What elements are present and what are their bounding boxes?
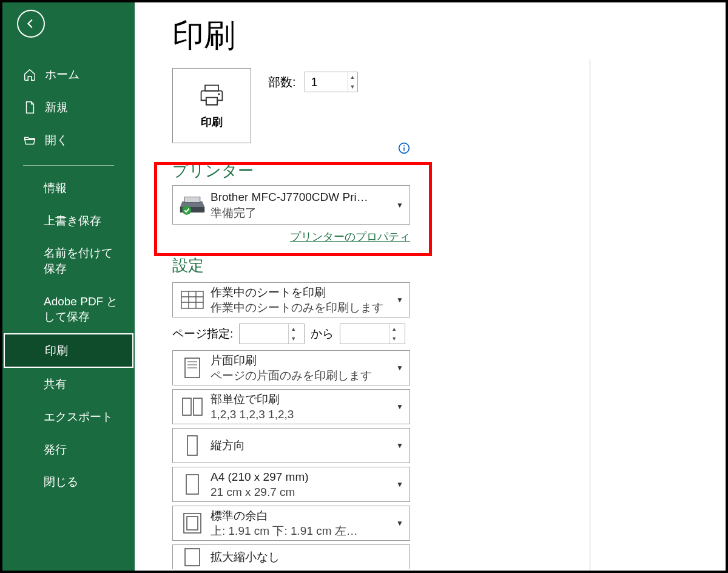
scaling-dropdown[interactable]: 拡大縮小なし: [172, 544, 410, 569]
home-icon: [23, 68, 36, 81]
page-from-input[interactable]: [240, 324, 288, 344]
folder-open-icon: [23, 134, 36, 147]
copies-up-icon[interactable]: ▲: [348, 72, 357, 82]
sidebar-item-open[interactable]: 開く: [2, 124, 135, 157]
chevron-down-icon: ▼: [396, 364, 403, 372]
svg-point-4: [403, 145, 405, 146]
copies-input[interactable]: [305, 72, 348, 92]
printer-name: Brother MFC-J7700CDW Pri…: [211, 189, 396, 205]
print-button-label: 印刷: [201, 115, 223, 129]
sidebar-label-new: 新規: [45, 100, 68, 115]
svg-point-2: [218, 93, 220, 95]
preview-divider: [590, 59, 590, 571]
up-icon[interactable]: ▲: [389, 324, 399, 334]
margins-title: 標準の余白: [211, 508, 396, 524]
page-to-label: から: [311, 326, 334, 342]
print-area-sub: 作業中のシートのみを印刷します: [211, 300, 396, 316]
orientation-title: 縦方向: [211, 438, 396, 453]
page-to-spinner[interactable]: ▲▼: [340, 324, 405, 344]
print-pane: 印刷 印刷 部数: ▲ ▼: [135, 2, 726, 571]
margins-sub: 上: 1.91 cm 下: 1.91 cm 左…: [211, 523, 396, 539]
sidebar-item-info[interactable]: 情報: [2, 172, 135, 205]
sidebar-separator: [23, 165, 114, 166]
up-icon[interactable]: ▲: [289, 324, 298, 334]
printer-icon: [198, 82, 225, 109]
backstage-sidebar: ホーム 新規 開く 情報 上書き保存 名前を付けて保存 Adobe PDF とし…: [2, 2, 135, 571]
settings-section-label: 設定: [172, 255, 704, 276]
chevron-down-icon: ▼: [396, 480, 403, 489]
sidebar-item-share[interactable]: 共有: [2, 368, 135, 401]
svg-rect-6: [184, 197, 200, 203]
svg-rect-24: [185, 549, 200, 566]
sidebar-item-adobepdf[interactable]: Adobe PDF として保存: [2, 285, 135, 333]
down-icon[interactable]: ▼: [289, 334, 298, 344]
page-title: 印刷: [172, 15, 704, 57]
collate-sub: 1,2,3 1,2,3 1,2,3: [211, 407, 396, 422]
duplex-sub: ページの片面のみを印刷します: [211, 368, 396, 384]
back-button[interactable]: [17, 10, 45, 38]
svg-rect-21: [186, 475, 198, 494]
paper-icon: [179, 472, 206, 497]
svg-rect-9: [181, 291, 203, 308]
print-button[interactable]: 印刷: [172, 68, 251, 143]
svg-rect-5: [403, 147, 405, 151]
print-area-dropdown[interactable]: 作業中のシートを印刷 作業中のシートのみを印刷します ▼: [172, 282, 410, 317]
paper-title: A4 (210 x 297 mm): [211, 469, 396, 485]
page-range-label: ページ指定:: [172, 326, 233, 342]
svg-rect-18: [183, 398, 191, 415]
sidebar-item-print[interactable]: 印刷: [4, 333, 133, 368]
duplex-dropdown[interactable]: 片面印刷 ページの片面のみを印刷します ▼: [172, 350, 410, 385]
single-page-icon: [179, 356, 206, 380]
paper-sub: 21 cm x 29.7 cm: [211, 484, 396, 500]
svg-rect-1: [206, 98, 217, 105]
page-from-spinner[interactable]: ▲▼: [239, 324, 305, 344]
svg-rect-23: [187, 517, 198, 530]
chevron-down-icon: ▼: [396, 441, 403, 450]
svg-rect-20: [187, 436, 197, 455]
copies-spinner[interactable]: ▲ ▼: [305, 72, 358, 92]
sidebar-item-home[interactable]: ホーム: [2, 58, 135, 91]
sidebar-label-open: 開く: [45, 132, 68, 148]
paper-dropdown[interactable]: A4 (210 x 297 mm) 21 cm x 29.7 cm ▼: [172, 467, 410, 502]
printer-status: 準備完了: [211, 205, 396, 221]
collate-icon: [179, 395, 206, 419]
down-icon[interactable]: ▼: [389, 334, 399, 344]
portrait-icon: [179, 433, 206, 458]
info-icon[interactable]: [398, 142, 410, 154]
scaling-title: 拡大縮小なし: [211, 549, 403, 565]
sidebar-item-publish[interactable]: 発行: [2, 433, 135, 466]
sidebar-label-home: ホーム: [45, 67, 79, 83]
chevron-down-icon: ▼: [396, 402, 403, 411]
print-area-title: 作業中のシートを印刷: [211, 285, 396, 300]
margins-icon: [179, 511, 206, 535]
sheets-icon: [179, 288, 206, 312]
sidebar-item-save[interactable]: 上書き保存: [2, 205, 135, 237]
scaling-icon: [179, 545, 206, 569]
copies-down-icon[interactable]: ▼: [348, 82, 357, 92]
printer-device-icon: [179, 193, 206, 217]
printer-dropdown[interactable]: Brother MFC-J7700CDW Pri… 準備完了 ▼: [172, 185, 410, 225]
margins-dropdown[interactable]: 標準の余白 上: 1.91 cm 下: 1.91 cm 左… ▼: [172, 506, 410, 541]
chevron-down-icon: ▼: [396, 296, 403, 304]
svg-point-8: [183, 206, 192, 215]
file-icon: [23, 101, 36, 114]
sidebar-item-close[interactable]: 閉じる: [2, 466, 135, 498]
printer-properties-link[interactable]: プリンターのプロパティ: [290, 231, 410, 243]
sidebar-item-new[interactable]: 新規: [2, 91, 135, 124]
svg-rect-19: [194, 398, 202, 415]
duplex-title: 片面印刷: [211, 353, 396, 368]
sidebar-item-export[interactable]: エクスポート: [2, 401, 135, 433]
sidebar-item-saveas[interactable]: 名前を付けて保存: [2, 237, 135, 285]
collate-title: 部単位で印刷: [211, 392, 396, 407]
copies-label: 部数:: [268, 74, 296, 90]
chevron-down-icon: ▼: [396, 519, 403, 527]
page-to-input[interactable]: [340, 324, 389, 344]
orientation-dropdown[interactable]: 縦方向 ▼: [172, 428, 410, 463]
svg-rect-0: [205, 86, 218, 91]
printer-section-label: プリンター: [172, 160, 410, 181]
collate-dropdown[interactable]: 部単位で印刷 1,2,3 1,2,3 1,2,3 ▼: [172, 389, 410, 424]
chevron-down-icon: ▼: [396, 201, 403, 209]
